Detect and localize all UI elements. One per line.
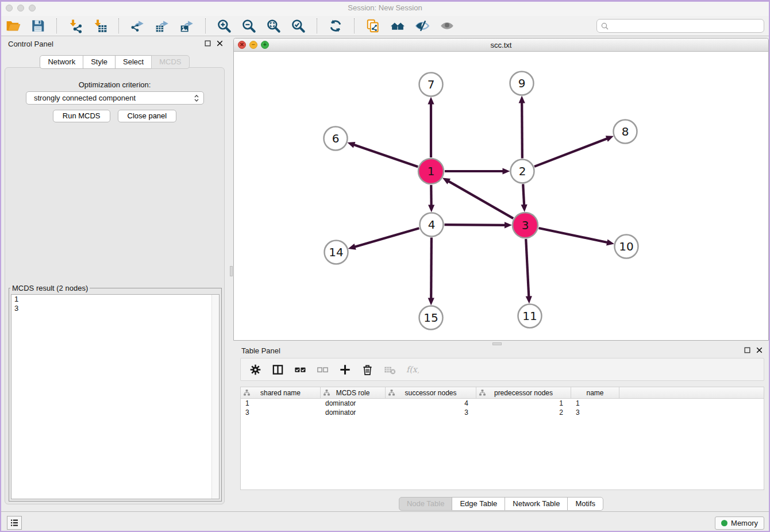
close-panel-button[interactable]: Close panel [118, 110, 177, 122]
zoom-fit-icon[interactable] [266, 18, 281, 33]
control-panel: Control Panel NetworkStyleSelectMCDS Opt… [0, 36, 229, 511]
tab-select[interactable]: Select [115, 55, 152, 69]
splitter-grip[interactable] [230, 266, 233, 276]
float-table-panel-icon[interactable] [744, 346, 751, 354]
cell-successor-nodes: 3 [386, 408, 476, 417]
gear-icon[interactable] [249, 363, 262, 376]
export-network-icon[interactable] [130, 18, 145, 33]
column-label: MCDS role [336, 389, 370, 397]
export-image-icon[interactable] [179, 18, 194, 33]
column-header-name[interactable]: name [571, 387, 619, 398]
float-panel-icon[interactable] [204, 40, 211, 47]
cell-shared-name: 1 [241, 399, 321, 408]
column-header-mcds-role[interactable]: MCDS role [321, 387, 386, 398]
edge-3-1[interactable] [448, 181, 513, 218]
zoom-selected-icon[interactable] [291, 18, 306, 33]
node-1[interactable]: 1 [418, 159, 444, 184]
close-panel-icon[interactable] [216, 40, 224, 47]
edge-2-9[interactable] [522, 102, 522, 158]
network-window-titlebar[interactable]: ✕ − + scc.txt [234, 38, 768, 52]
cell-predecessor-nodes: 1 [476, 399, 571, 408]
mcds-result-group: MCDS result (2 nodes) 13 [9, 284, 222, 502]
criterion-dropdown[interactable]: strongly connected component [26, 91, 204, 105]
columns-icon[interactable] [271, 363, 284, 376]
import-network-icon[interactable] [68, 18, 83, 33]
column-label: predecessor nodes [494, 389, 553, 397]
export-table-icon[interactable] [155, 18, 170, 33]
mcds-panel: Optimization criterion: strongly connect… [5, 67, 225, 504]
node-4[interactable]: 4 [420, 213, 444, 237]
tab-network-table[interactable]: Network Table [505, 497, 568, 511]
refresh-icon[interactable] [328, 18, 343, 33]
node-15[interactable]: 15 [419, 306, 443, 330]
chevron-updown-icon [192, 93, 201, 103]
copy-network-icon[interactable] [365, 18, 380, 33]
node-2[interactable]: 2 [511, 160, 534, 183]
open-folder-icon[interactable] [6, 18, 21, 33]
column-header-shared-name[interactable]: shared name [241, 387, 321, 398]
edge-arrowhead [347, 142, 355, 148]
trash-icon[interactable] [361, 363, 374, 376]
edge-4-14[interactable] [354, 228, 419, 247]
close-table-panel-icon[interactable] [756, 346, 763, 354]
add-icon[interactable] [338, 363, 352, 376]
show-eye-icon[interactable] [440, 18, 455, 33]
node-label: 1 [428, 164, 435, 178]
table-row[interactable]: 1dominator411 [241, 399, 764, 408]
edge-arrowhead [428, 298, 434, 305]
table-tabs: Node TableEdge TableNetwork TableMotifs [233, 497, 769, 511]
network-canvas[interactable]: 7968124314101511 [234, 52, 768, 340]
search-box[interactable] [596, 19, 764, 33]
mcds-result-line: 3 [11, 304, 219, 313]
node-6[interactable]: 6 [324, 127, 348, 151]
tab-network[interactable]: Network [40, 55, 83, 69]
save-icon[interactable] [30, 18, 45, 33]
network-graph[interactable]: 7968124314101511 [234, 52, 768, 340]
column-header-predecessor-nodes[interactable]: predecessor nodes [476, 387, 571, 398]
table-row[interactable]: 3dominator323 [241, 408, 764, 417]
node-8[interactable]: 8 [614, 120, 637, 144]
edge-arrowhead [428, 205, 434, 212]
tab-mcds[interactable]: MCDS [151, 55, 189, 69]
control-panel-tabs: NetworkStyleSelectMCDS [0, 55, 229, 69]
memory-status-icon [721, 520, 727, 526]
fx-icon: f(x) [406, 363, 419, 376]
horizontal-splitter-grip[interactable] [492, 342, 502, 345]
node-11[interactable]: 11 [518, 304, 542, 328]
memory-button[interactable]: Memory [715, 516, 764, 530]
search-input[interactable] [609, 20, 760, 32]
tab-edge-table[interactable]: Edge Table [452, 497, 505, 511]
edge-3-11[interactable] [526, 239, 529, 298]
column-header-successor-nodes[interactable]: successor nodes [386, 387, 476, 398]
node-9[interactable]: 9 [510, 72, 534, 95]
edge-2-3[interactable] [523, 184, 524, 206]
toolbar-separator [317, 18, 317, 33]
edge-3-10[interactable] [538, 228, 608, 242]
edge-arrowhead [606, 136, 614, 141]
edge-4-15[interactable] [431, 237, 432, 299]
table-header-row: shared nameMCDS rolesuccessor nodesprede… [241, 387, 764, 399]
import-table-icon[interactable] [93, 18, 107, 33]
result-scrollbar[interactable] [211, 295, 219, 499]
node-label: 6 [332, 132, 340, 145]
app-title: Session: New Session [0, 3, 770, 12]
select-all-icon[interactable] [294, 363, 307, 376]
edge-4-3[interactable] [444, 225, 506, 225]
run-mcds-button[interactable]: Run MCDS [53, 110, 110, 122]
node-10[interactable]: 10 [615, 235, 638, 259]
node-3[interactable]: 3 [513, 213, 538, 238]
edge-2-8[interactable] [534, 138, 608, 167]
node-14[interactable]: 14 [325, 241, 348, 264]
zoom-in-icon[interactable] [217, 18, 232, 33]
edge-1-6[interactable] [353, 145, 418, 167]
zoom-out-icon[interactable] [241, 18, 256, 33]
task-history-button[interactable] [7, 516, 22, 530]
node-7[interactable]: 7 [419, 73, 443, 97]
tab-node-table[interactable]: Node Table [399, 497, 453, 511]
vertical-splitter[interactable] [229, 36, 233, 511]
hide-eye-icon[interactable] [415, 18, 430, 33]
unselect-all-icon[interactable] [316, 363, 329, 376]
tab-motifs[interactable]: Motifs [567, 497, 603, 511]
home-icon[interactable] [390, 18, 405, 33]
tab-style[interactable]: Style [83, 55, 116, 69]
